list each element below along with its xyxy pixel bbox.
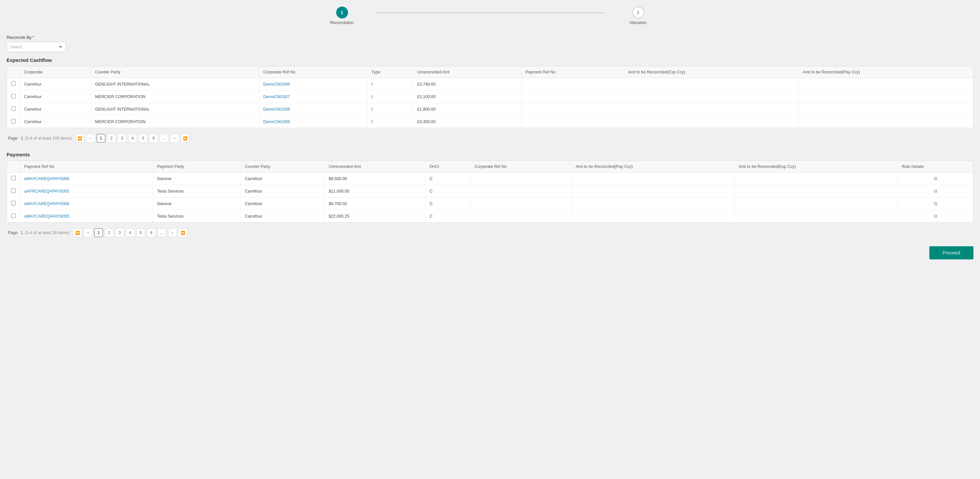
pay-row-0-rule-details[interactable]: ⧉ (898, 172, 973, 185)
ecf-row-0-amt-pay (799, 78, 973, 91)
ecf-page-1-btn[interactable]: 1 (97, 134, 105, 142)
pay-row-1-counter-party: Carrefour (241, 185, 325, 198)
pay-row-2-checkbox[interactable] (7, 198, 20, 210)
pay-first-page-btn[interactable]: ⏪ (73, 228, 82, 237)
pay-row-3-checkbox[interactable] (7, 210, 20, 222)
pay-page-4-btn[interactable]: 4 (126, 228, 135, 237)
pay-ref-link-1[interactable]: aAPRCAREQAPAY5005 (24, 189, 69, 193)
ecf-row-3-checkbox[interactable] (7, 115, 20, 128)
pay-row-1-unreconciled: $11,000.00 (325, 185, 426, 198)
pay-page-2-btn[interactable]: 2 (105, 228, 113, 237)
pay-row-1-payment-ref[interactable]: aAPRCAREQAPAY5005 (20, 185, 153, 198)
ecf-row-1-corporate-ref[interactable]: DemoCM1007 (259, 91, 368, 103)
pay-row-0-corporate-ref (471, 172, 571, 185)
pay-row-0-drcr: C (425, 172, 471, 185)
ecf-row-2-counter-party: GENLIGHT INTERNATIONAL (91, 103, 259, 115)
ecf-row-2-amt-pay (799, 103, 973, 115)
ecf-col-amt-pay: Amt to be Reconciled(Pay Ccy) (799, 67, 973, 78)
ecf-row-1-checkbox[interactable] (7, 91, 20, 103)
ecf-row-0-corporate-ref[interactable]: DemoCM1006 (259, 78, 368, 91)
ecf-checkbox-2[interactable] (11, 106, 16, 111)
pay-col-checkbox (7, 161, 20, 172)
pay-row-2-rule-details[interactable]: ⧉ (898, 198, 973, 210)
pay-row-3-drcr: C (425, 210, 471, 222)
external-link-icon-0[interactable]: ⧉ (934, 176, 937, 181)
pay-pagination: Page 1 (1-4 of at least 26 items) ⏪ < 1 … (6, 226, 974, 240)
pay-row-0-counter-party: Carrefour (241, 172, 325, 185)
ecf-page-4-btn[interactable]: 4 (128, 134, 137, 142)
pay-ref-link-0[interactable]: aMAYCAREQAPAY5006 (24, 176, 69, 181)
ecf-ref-link-0[interactable]: DemoCM1006 (263, 82, 290, 86)
ecf-row-0-counter-party: GENLIGHT INTERNATIONAL (91, 78, 259, 91)
ecf-last-page-btn[interactable]: ⏩ (181, 134, 189, 142)
ecf-row-0-type: I (368, 78, 413, 91)
ecf-checkbox-3[interactable] (11, 119, 16, 123)
ecf-page-2-btn[interactable]: 2 (107, 134, 116, 142)
ecf-checkbox-1[interactable] (11, 94, 16, 99)
external-link-icon-3[interactable]: ⧉ (934, 213, 937, 219)
pay-page-label: Page (8, 230, 18, 235)
pay-page-5-btn[interactable]: 5 (137, 228, 145, 237)
pay-checkbox-2[interactable] (11, 201, 16, 206)
step-1-label: Reconcilation (330, 21, 354, 25)
ecf-prev-page-btn[interactable]: < (86, 134, 95, 142)
reconcile-by-select[interactable]: Select (6, 42, 66, 52)
ecf-row-2-checkbox[interactable] (7, 103, 20, 115)
pay-row-1-rule-details[interactable]: ⧉ (898, 185, 973, 198)
pay-prev-page-btn[interactable]: < (84, 228, 92, 237)
pay-row-1-amt-exp (735, 185, 898, 198)
pay-row-1-checkbox[interactable] (7, 185, 20, 198)
pay-col-payment-ref: Payment Ref No (20, 161, 153, 172)
pay-row-0-payment-ref[interactable]: aMAYCAREQAPAY5006 (20, 172, 153, 185)
pay-row-3-unreconciled: $22,000.25 (325, 210, 426, 222)
ecf-row-3-type: I (368, 115, 413, 128)
ecf-col-corporate-ref: Corporate Ref No (259, 67, 368, 78)
ecf-col-unreconciled: Unreconciled Amt (413, 67, 522, 78)
proceed-button[interactable]: Proceed (929, 246, 974, 259)
ecf-ref-link-1[interactable]: DemoCM1007 (263, 94, 290, 99)
ecf-row-0-checkbox[interactable] (7, 78, 20, 91)
external-link-icon-2[interactable]: ⧉ (934, 201, 937, 206)
pay-next-page-btn[interactable]: > (168, 228, 177, 237)
pay-page-1-btn[interactable]: 1 (94, 228, 103, 237)
pay-row-3-payment-ref[interactable]: aMAYCAREQAPAY8005 (20, 210, 153, 222)
pay-last-page-btn[interactable]: ⏩ (179, 228, 187, 237)
ecf-page-5-btn[interactable]: 5 (139, 134, 147, 142)
pay-ref-link-3[interactable]: aMAYCAREQAPAY8005 (24, 214, 69, 219)
pay-row-2-drcr: C (425, 198, 471, 210)
pay-row-0: aMAYCAREQAPAY5006 Danone Carrefour $9,50… (7, 172, 973, 185)
pay-row-2-payment-ref[interactable]: aMAYCAREQAPAY5008 (20, 198, 153, 210)
ecf-ref-link-2[interactable]: DemoCM1008 (263, 107, 290, 112)
ecf-ref-link-3[interactable]: DemoCM1009 (263, 120, 290, 124)
pay-checkbox-3[interactable] (11, 213, 16, 218)
pay-row-0-amt-exp (735, 172, 898, 185)
pay-row-3-rule-details[interactable]: ⧉ (898, 210, 973, 222)
payments-header-row: Payment Ref No Payment Party Counter Par… (7, 161, 973, 172)
pay-ref-link-2[interactable]: aMAYCAREQAPAY5008 (24, 201, 69, 206)
step-2-circle: 2 (632, 6, 644, 18)
ecf-row-1-payment-ref (522, 91, 624, 103)
ecf-row-1-type: I (368, 91, 413, 103)
ecf-row-1-unreconciled: £2,100.00 (413, 91, 522, 103)
ecf-first-page-btn[interactable]: ⏪ (76, 134, 84, 142)
ecf-checkbox-0[interactable] (11, 81, 16, 86)
pay-checkbox-0[interactable] (11, 176, 16, 180)
pay-row-3-amt-exp (735, 210, 898, 222)
pay-page-3-btn[interactable]: 3 (116, 228, 124, 237)
ecf-row-3-corporate-ref[interactable]: DemoCM1009 (259, 115, 368, 128)
pay-col-amt-exp: Amt to be Reconciled(Exp Ccy) (735, 161, 898, 172)
external-link-icon-1[interactable]: ⧉ (934, 188, 937, 193)
ecf-next-page-btn[interactable]: > (170, 134, 179, 142)
pay-col-drcr: Dr/Cr (425, 161, 471, 172)
pay-row-0-checkbox[interactable] (7, 172, 20, 185)
pay-row-2-unreconciled: $9,700.50 (325, 198, 426, 210)
pay-checkbox-1[interactable] (11, 188, 16, 193)
ecf-row-1-amt-pay (799, 91, 973, 103)
pay-col-unreconciled: Unreconciled Amt (325, 161, 426, 172)
pay-page-6-btn[interactable]: 6 (147, 228, 156, 237)
pay-row-3-counter-party: Carrefour (241, 210, 325, 222)
ecf-page-6-btn[interactable]: 6 (150, 134, 158, 142)
ecf-page-3-btn[interactable]: 3 (118, 134, 126, 142)
ecf-row-3: Carrefour MERCIER CORPORATION DemoCM1009… (7, 115, 973, 128)
ecf-row-2-corporate-ref[interactable]: DemoCM1008 (259, 103, 368, 115)
